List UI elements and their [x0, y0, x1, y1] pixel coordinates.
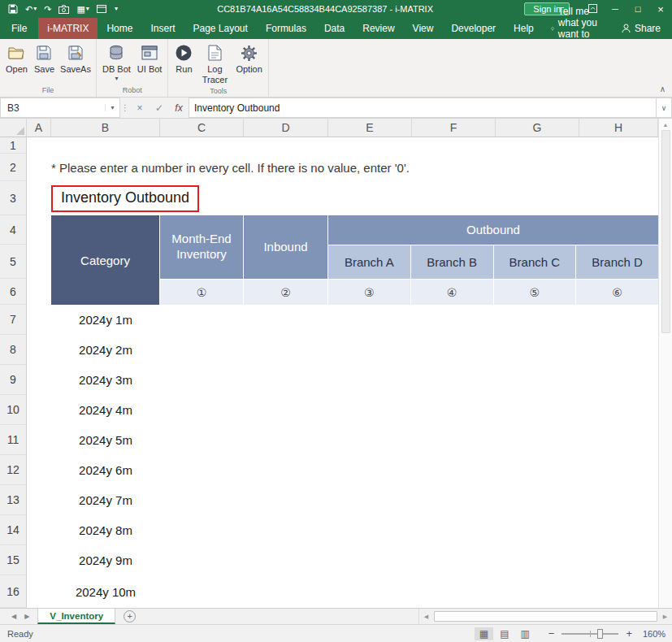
window-icon[interactable]: [97, 5, 106, 13]
mark-cell-6[interactable]: ⑥: [576, 279, 658, 305]
row-header[interactable]: 15: [0, 545, 27, 575]
close-button[interactable]: ×: [649, 3, 672, 15]
row-header[interactable]: 14: [0, 515, 27, 545]
horizontal-scrollbar[interactable]: ◀ ▶: [418, 609, 672, 624]
prev-sheet-icon[interactable]: ◀: [11, 613, 16, 620]
column-header-h[interactable]: H: [579, 119, 658, 137]
page-break-view-icon[interactable]: ▥: [515, 627, 534, 640]
month-cell[interactable]: 2024y 10m: [51, 575, 160, 608]
month-end-header-cell[interactable]: Month-End Inventory: [160, 215, 243, 279]
formula-bar-handle[interactable]: ⋮: [120, 98, 130, 118]
collapse-ribbon-icon[interactable]: ∧: [660, 85, 665, 93]
tab-view[interactable]: View: [404, 18, 443, 39]
mark-cell-5[interactable]: ⑤: [494, 279, 577, 305]
month-cell[interactable]: 2024y 3m: [51, 365, 160, 395]
column-header-e[interactable]: E: [328, 119, 412, 137]
column-header-b[interactable]: B: [51, 119, 160, 137]
selected-title-cell[interactable]: Inventory Outbound: [51, 185, 199, 212]
minimize-button[interactable]: ─: [604, 4, 626, 14]
column-header-g[interactable]: G: [496, 119, 579, 137]
next-sheet-icon[interactable]: ▶: [24, 613, 29, 620]
save-icon[interactable]: [8, 4, 18, 14]
cancel-entry-icon[interactable]: ×: [130, 98, 150, 118]
cell-a[interactable]: [27, 575, 51, 608]
page-layout-view-icon[interactable]: ▤: [495, 627, 514, 640]
empty-cells[interactable]: [160, 335, 658, 365]
month-cell[interactable]: 2024y 4m: [51, 395, 160, 425]
row-header[interactable]: 10: [0, 395, 27, 425]
month-cell[interactable]: 2024y 2m: [51, 335, 160, 365]
row-header[interactable]: 13: [0, 485, 27, 515]
scroll-up-icon[interactable]: ▲: [663, 119, 669, 130]
cell-a[interactable]: [27, 455, 51, 485]
column-header-d[interactable]: D: [244, 119, 328, 137]
name-box-caret-icon[interactable]: ▾: [105, 104, 119, 111]
category-header-cell[interactable]: Category: [51, 215, 160, 305]
empty-cells[interactable]: [27, 137, 658, 154]
tab-developer[interactable]: Developer: [442, 18, 505, 39]
zoom-slider[interactable]: [561, 633, 618, 635]
column-header-f[interactable]: F: [412, 119, 496, 137]
horizontal-scroll-thumb[interactable]: [434, 611, 657, 622]
row-header[interactable]: 11: [0, 425, 27, 455]
run-button[interactable]: Run: [171, 41, 197, 76]
cell-a[interactable]: [27, 305, 51, 335]
empty-cells[interactable]: [160, 485, 658, 515]
row-header[interactable]: 12: [0, 455, 27, 485]
row-header[interactable]: 16: [0, 575, 27, 608]
table-caret-icon[interactable]: ▾: [86, 6, 89, 12]
month-cell[interactable]: 2024y 7m: [51, 485, 160, 515]
row-header[interactable]: 7: [0, 305, 27, 335]
normal-view-icon[interactable]: ▦: [475, 627, 493, 640]
row-header[interactable]: 4: [0, 215, 27, 245]
cell-a[interactable]: [27, 545, 51, 575]
table-icon[interactable]: ▦▾: [76, 5, 89, 14]
log-tracer-button[interactable]: Log Tracer: [197, 41, 232, 86]
cell-a[interactable]: [27, 485, 51, 515]
row-header[interactable]: 6: [0, 279, 27, 305]
tab-i-matrix[interactable]: i-MATRIX: [38, 18, 98, 39]
month-cell[interactable]: 2024y 6m: [51, 455, 160, 485]
empty-cells[interactable]: [160, 425, 658, 455]
qat-customize-icon[interactable]: ▾: [114, 6, 118, 12]
branch-b-cell[interactable]: Branch B: [411, 245, 494, 279]
redo-icon[interactable]: ↷: [44, 5, 51, 14]
cell-a[interactable]: [27, 365, 51, 395]
name-box[interactable]: B3 ▾: [0, 98, 120, 118]
maximize-button[interactable]: □: [626, 4, 649, 14]
row-header[interactable]: 9: [0, 365, 27, 395]
scroll-right-icon[interactable]: ▶: [658, 609, 672, 624]
zoom-out-icon[interactable]: −: [546, 627, 557, 640]
save-as-button[interactable]: SaveAs: [58, 41, 93, 76]
tab-page-layout[interactable]: Page Layout: [184, 18, 256, 39]
empty-cells[interactable]: [160, 395, 658, 425]
ui-bot-button[interactable]: UI Bot: [134, 41, 166, 76]
cell-a[interactable]: [27, 395, 51, 425]
note-cell[interactable]: * Please enter a number in every cell. I…: [51, 154, 410, 181]
tab-help[interactable]: Help: [505, 18, 543, 39]
mark-cell-3[interactable]: ③: [328, 279, 411, 305]
branch-a-cell[interactable]: Branch A: [328, 245, 411, 279]
tab-data[interactable]: Data: [315, 18, 353, 39]
undo-icon[interactable]: ↶▾: [25, 5, 37, 14]
branch-c-cell[interactable]: Branch C: [494, 245, 577, 279]
save-button[interactable]: Save: [31, 41, 58, 76]
share-button[interactable]: Share: [610, 18, 672, 39]
camera-icon[interactable]: [59, 5, 69, 14]
insert-function-icon[interactable]: fx: [169, 98, 189, 118]
empty-cells[interactable]: [160, 365, 658, 395]
cell-a[interactable]: [27, 425, 51, 455]
tab-review[interactable]: Review: [353, 18, 403, 39]
empty-cells[interactable]: [160, 455, 658, 485]
cell-a[interactable]: [27, 335, 51, 365]
column-header-c[interactable]: C: [160, 119, 244, 137]
row-header[interactable]: 3: [0, 181, 27, 215]
cell-a[interactable]: [27, 515, 51, 545]
cell-a4[interactable]: [27, 215, 51, 305]
column-header-a[interactable]: A: [27, 119, 51, 137]
month-cell[interactable]: 2024y 8m: [51, 515, 160, 545]
tab-insert[interactable]: Insert: [141, 18, 184, 39]
vertical-scrollbar[interactable]: ▲: [658, 119, 672, 608]
tell-me-box[interactable]: Tell me what you want to do: [543, 18, 610, 39]
row-header[interactable]: 2: [0, 154, 27, 181]
